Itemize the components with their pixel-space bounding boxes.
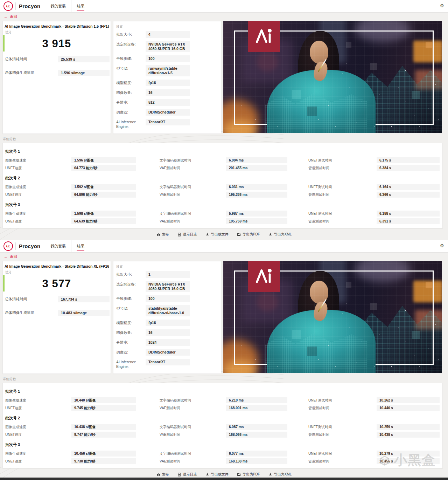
export-xml-button[interactable]: 导出为XML (268, 472, 292, 477)
metric-value: 10.440 s/图像 (71, 397, 136, 403)
export-pdf-button[interactable]: 导出为PDF (237, 472, 260, 477)
button-label: 导出成文件 (211, 472, 229, 477)
metric-value: 64.773 能力/秒 (71, 165, 136, 171)
button-label: 导出为XML (274, 232, 292, 237)
tab-results[interactable]: 结果 (71, 0, 90, 12)
metric-value: 10.259 s (377, 424, 440, 430)
metric-label: UNET速度 (5, 219, 71, 224)
settings-card: 设置 批次大小:4 选定的设备:NVIDIA GeForce RTX 4080 … (113, 21, 221, 134)
setting-row: 型号ID:runwayml/stable-diffusion-v1-5 (116, 65, 219, 76)
xiaoheihe-watermark: 小黑盒 (378, 451, 436, 469)
metric-value: 6.366 s (377, 192, 440, 198)
setting-label: 型号ID: (116, 65, 146, 71)
setting-value: runwayml/stable-diffusion-v1-5 (146, 65, 190, 76)
settings-gear-icon[interactable]: ⚙ (440, 243, 444, 248)
metric-value: 10.438 s (377, 432, 440, 438)
setting-label: 选定的设备: (116, 281, 146, 287)
metric-label: 管道测试时间 (308, 406, 377, 411)
publish-button[interactable]: 发布 (156, 232, 169, 237)
setting-value: fp16 (146, 320, 190, 326)
log-file-icon (177, 233, 181, 236)
button-label: 导出成文件 (211, 232, 229, 237)
setting-label: 干预步骤: (116, 55, 146, 61)
metric-label: UNET速度 (5, 459, 71, 464)
metric-label: 管道测试时间 (308, 192, 377, 197)
settings-gear-icon[interactable]: ⚙ (440, 3, 444, 8)
metric-label: 总体消耗时间 (5, 297, 58, 302)
metric-value: 10.440 s (377, 405, 440, 411)
metric-value: 64.896 能力/秒 (71, 192, 136, 198)
batch-row: UNET速度 9.730 能力/秒 VAE测试时间 168.138 ms 管道测… (5, 458, 440, 464)
cloud-upload-icon (156, 473, 160, 476)
batch-name: 批次号 2 (5, 416, 440, 421)
metric-label: UNET速度 (5, 192, 71, 197)
metric-label: 文字编码器测试时间 (160, 451, 226, 456)
settings-title: 设置 (116, 265, 123, 269)
setting-value: fp16 (146, 80, 190, 86)
batch-row: 图像生成速度 10.456 s/图像 文字编码器测试时间 6.077 ms UN… (5, 451, 440, 457)
app-header: UL Procyon 我的套装 结果 ⚙ (0, 0, 448, 13)
metric-label: UNET测试时间 (308, 451, 377, 456)
show-log-button[interactable]: 显示日志 (177, 232, 197, 237)
metric-label: VAE测试时间 (160, 432, 226, 437)
button-label: 发布 (162, 472, 169, 477)
ai-badge (248, 21, 280, 52)
button-label: 导出为XML (274, 472, 292, 477)
metric-value: 168.001 ms (226, 405, 287, 411)
back-label: 返回 (10, 254, 17, 259)
metric-label: UNET测试时间 (308, 398, 377, 403)
batch-row: UNET速度 9.745 能力/秒 VAE测试时间 168.001 ms 管道测… (5, 405, 440, 411)
metric-value: 168.138 ms (226, 458, 287, 464)
metric-value: 201.455 ms (226, 165, 287, 171)
setting-row: 批次大小:4 (116, 31, 219, 38)
tab-my-suites[interactable]: 我的套装 (45, 0, 71, 12)
setting-value: 1 (146, 271, 190, 278)
export-xml-button[interactable]: 导出为XML (268, 232, 292, 237)
setting-value: 100 (146, 55, 190, 62)
metric-label: VAE测试时间 (160, 459, 226, 464)
metric-label: UNET测试时间 (308, 211, 377, 216)
setting-label: 模型精度: (116, 80, 146, 85)
setting-value: 1024 (146, 339, 190, 346)
tab-results[interactable]: 结果 (71, 240, 90, 252)
metric-value: 9.747 能力/秒 (71, 432, 136, 438)
tab-my-suites[interactable]: 我的套装 (45, 240, 71, 252)
export-pdf-button[interactable]: 导出为PDF (237, 232, 260, 237)
metric-label: 图像生成速度 (5, 451, 71, 456)
export-file-button[interactable]: 导出成文件 (205, 232, 229, 237)
metric-label: 图像生成速度 (5, 425, 71, 430)
metric-value: 6.004 ms (226, 157, 287, 163)
export-file-button[interactable]: 导出成文件 (205, 472, 229, 477)
metric-label: 总体图像生成速度 (5, 70, 58, 75)
setting-label: 分辨率: (116, 99, 146, 105)
benchmark-hero-image (223, 261, 442, 373)
batch-group: 批次号 1 图像生成速度 10.440 s/图像 文字编码器测试时间 6.210… (5, 389, 440, 413)
header-divider (15, 242, 16, 250)
setting-row: 分辨率:1024 (116, 339, 219, 346)
settings-rows: 批次大小:4 选定的设备:NVIDIA GeForce RTX 4080 SUP… (116, 31, 219, 132)
button-label: 导出为PDF (243, 472, 260, 477)
publish-button[interactable]: 发布 (156, 472, 169, 477)
overall-row: 总体消耗时间 25.539 s (5, 56, 110, 62)
screenshot-sd15: UL Procyon 我的套装 结果 ⚙ ← 返回 AI Image Gener… (0, 0, 448, 240)
setting-row: 调度器:DDIMScheduler (116, 349, 219, 356)
metric-value: 1.592 s/图像 (71, 184, 136, 190)
download-icon (268, 473, 272, 476)
setting-row: 分辨率:512 (116, 99, 219, 106)
metric-value: 1.598 s/图像 (71, 211, 136, 217)
batch-row: 图像生成速度 1.596 s/图像 文字编码器测试时间 6.004 ms UNE… (5, 157, 440, 163)
header-tabs: 我的套装 结果 (45, 240, 90, 252)
back-button[interactable]: ← 返回 (4, 14, 17, 19)
setting-row: 图像数量:16 (116, 89, 219, 96)
ul-logo-text: UL (6, 245, 10, 248)
setting-value: 16 (146, 329, 190, 336)
metric-label: 图像生成速度 (5, 158, 71, 163)
metric-value: 195.336 ms (226, 192, 287, 198)
metric-value: 6.391 s (377, 218, 440, 224)
overall-score: 3 577 (3, 277, 111, 290)
show-log-button[interactable]: 显示日志 (177, 472, 197, 477)
setting-value: 4 (146, 31, 190, 38)
back-button[interactable]: ← 返回 (4, 254, 17, 259)
batch-group: 批次号 3 图像生成速度 10.456 s/图像 文字编码器测试时间 6.077… (5, 442, 440, 466)
header-tabs: 我的套装 结果 (45, 0, 90, 12)
